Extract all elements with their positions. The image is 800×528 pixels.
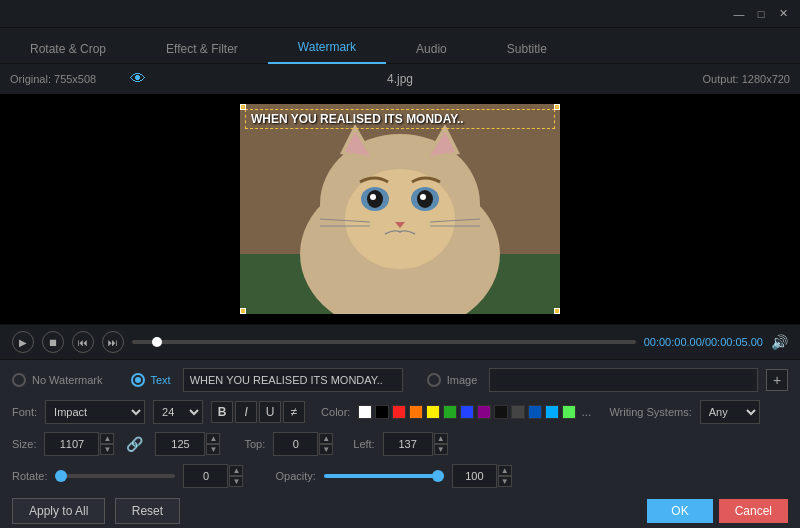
transform-row: Rotate: ▲ ▼ Opacity: ▲ ▼	[12, 464, 788, 488]
strikethrough-button[interactable]: ≠	[283, 401, 305, 423]
swatch-purple[interactable]	[477, 405, 491, 419]
width-up[interactable]: ▲	[100, 433, 114, 444]
color-label: Color:	[321, 406, 350, 418]
swatch-green[interactable]	[443, 405, 457, 419]
opacity-up[interactable]: ▲	[498, 465, 512, 476]
opacity-slider[interactable]	[324, 474, 444, 478]
text-watermark-option[interactable]: Text	[131, 373, 171, 387]
left-arrows: ▲ ▼	[434, 433, 448, 455]
rotate-arrows: ▲ ▼	[229, 465, 243, 487]
tab-rotate-crop[interactable]: Rotate & Crop	[0, 34, 136, 64]
timeline-bar[interactable]	[132, 340, 636, 344]
link-icon[interactable]: 🔗	[126, 436, 143, 452]
rotate-up[interactable]: ▲	[229, 465, 243, 476]
prev-frame-button[interactable]: ⏮	[72, 331, 94, 353]
play-button[interactable]: ▶	[12, 331, 34, 353]
watermark-text-input[interactable]	[183, 368, 403, 392]
right-buttons: OK Cancel	[647, 499, 788, 523]
tab-bar: Rotate & Crop Effect & Filter Watermark …	[0, 28, 800, 64]
volume-icon[interactable]: 🔊	[771, 334, 788, 350]
font-row: Font: Impact 24 B I U ≠ Color:	[12, 400, 788, 424]
no-watermark-radio[interactable]	[12, 373, 26, 387]
more-colors-button[interactable]: ...	[579, 405, 593, 419]
swatch-sky[interactable]	[545, 405, 559, 419]
top-input[interactable]	[273, 432, 318, 456]
playback-controls: ▶ ⏹ ⏮ ⏭ 00:00:00.00/00:00:05.00 🔊	[0, 324, 800, 360]
preview-canvas: WHEN YOU REALISED ITS MONDAY..	[240, 104, 560, 314]
tab-subtitle[interactable]: Subtitle	[477, 34, 577, 64]
rotate-slider[interactable]	[55, 474, 175, 478]
font-label: Font:	[12, 406, 37, 418]
resize-handle-bl[interactable]	[240, 308, 246, 314]
height-up[interactable]: ▲	[206, 433, 220, 444]
svg-point-13	[370, 194, 376, 200]
swatch-white[interactable]	[358, 405, 372, 419]
left-up[interactable]: ▲	[434, 433, 448, 444]
minimize-button[interactable]: —	[730, 6, 748, 22]
swatch-navy[interactable]	[528, 405, 542, 419]
resize-handle-br[interactable]	[554, 308, 560, 314]
preview-toggle-icon[interactable]: 👁	[130, 70, 146, 88]
next-frame-button[interactable]: ⏭	[102, 331, 124, 353]
width-down[interactable]: ▼	[100, 444, 114, 455]
image-path-input[interactable]	[489, 368, 758, 392]
swatch-red[interactable]	[392, 405, 406, 419]
action-buttons-row: Apply to All Reset OK Cancel	[12, 498, 788, 524]
rotate-spin: ▲ ▼	[183, 464, 243, 488]
resize-handle-tl[interactable]	[240, 104, 246, 110]
rotate-value-input[interactable]	[183, 464, 228, 488]
pause-button[interactable]: ⏹	[42, 331, 64, 353]
apply-to-all-button[interactable]: Apply to All	[12, 498, 105, 524]
underline-button[interactable]: U	[259, 401, 281, 423]
italic-button[interactable]: I	[235, 401, 257, 423]
height-arrows: ▲ ▼	[206, 433, 220, 455]
filename-label: 4.jpg	[387, 72, 413, 86]
swatch-lime[interactable]	[562, 405, 576, 419]
ok-button[interactable]: OK	[647, 499, 712, 523]
svg-point-8	[345, 169, 455, 269]
no-watermark-option[interactable]: No Watermark	[12, 373, 103, 387]
text-watermark-radio[interactable]	[131, 373, 145, 387]
image-watermark-option[interactable]: Image	[427, 373, 478, 387]
bold-button[interactable]: B	[211, 401, 233, 423]
left-down[interactable]: ▼	[434, 444, 448, 455]
width-spin: ▲ ▼	[44, 432, 114, 456]
close-button[interactable]: ✕	[774, 6, 792, 22]
height-input[interactable]	[155, 432, 205, 456]
top-up[interactable]: ▲	[319, 433, 333, 444]
width-input[interactable]	[44, 432, 99, 456]
size-label: Size:	[12, 438, 36, 450]
top-label: Top:	[244, 438, 265, 450]
swatch-yellow[interactable]	[426, 405, 440, 419]
tab-effect-filter[interactable]: Effect & Filter	[136, 34, 268, 64]
format-buttons: B I U ≠	[211, 401, 305, 423]
swatch-black[interactable]	[375, 405, 389, 419]
tab-watermark[interactable]: Watermark	[268, 32, 386, 64]
swatch-blue[interactable]	[460, 405, 474, 419]
font-select[interactable]: Impact	[45, 400, 145, 424]
image-watermark-radio[interactable]	[427, 373, 441, 387]
maximize-button[interactable]: □	[752, 6, 770, 22]
resize-handle-tr[interactable]	[554, 104, 560, 110]
height-down[interactable]: ▼	[206, 444, 220, 455]
output-size-label: Output: 1280x720	[703, 73, 790, 85]
swatch-gray[interactable]	[511, 405, 525, 419]
cat-image	[240, 104, 560, 314]
no-watermark-label: No Watermark	[32, 374, 103, 386]
image-watermark-label: Image	[447, 374, 478, 386]
tab-audio[interactable]: Audio	[386, 34, 477, 64]
size-row: Size: ▲ ▼ 🔗 ▲ ▼ Top: ▲ ▼ Left:	[12, 432, 788, 456]
rotate-down[interactable]: ▼	[229, 476, 243, 487]
left-input[interactable]	[383, 432, 433, 456]
opacity-down[interactable]: ▼	[498, 476, 512, 487]
font-size-select[interactable]: 24	[153, 400, 203, 424]
cancel-button[interactable]: Cancel	[719, 499, 788, 523]
add-image-button[interactable]: +	[766, 369, 788, 391]
top-down[interactable]: ▼	[319, 444, 333, 455]
writing-systems-select[interactable]: Any	[700, 400, 760, 424]
reset-button[interactable]: Reset	[115, 498, 180, 524]
opacity-value-input[interactable]	[452, 464, 497, 488]
swatch-dark[interactable]	[494, 405, 508, 419]
original-size-label: Original: 755x508	[10, 73, 96, 85]
swatch-orange[interactable]	[409, 405, 423, 419]
